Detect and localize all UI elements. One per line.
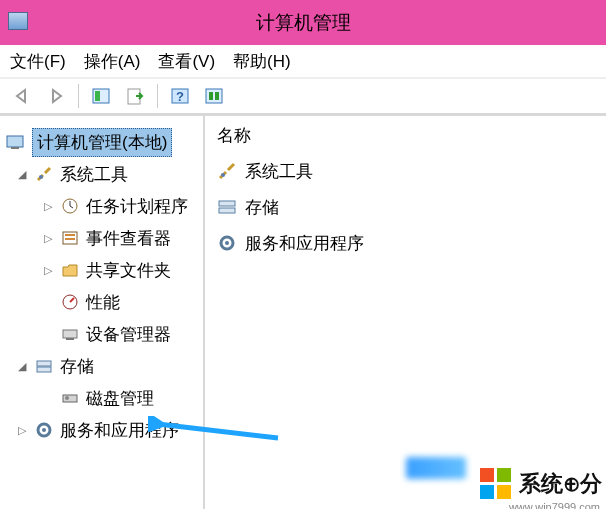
svg-rect-26 [219,208,235,213]
tree-services-apps[interactable]: ▷ 服务和应用程序 [6,414,197,446]
properties-button[interactable] [198,81,230,111]
tree-event-viewer[interactable]: ▷ 事件查看器 [6,222,197,254]
label-disk-mgmt: 磁盘管理 [86,387,154,410]
tree-disk-management[interactable]: ▷ 磁盘管理 [6,382,197,414]
svg-rect-17 [66,338,74,340]
storage-icon [34,356,54,376]
tree-device-manager[interactable]: ▷ 设备管理器 [6,318,197,350]
computer-mgmt-icon [6,132,26,152]
expand-icon[interactable]: ▷ [42,200,54,213]
storage-icon [217,197,237,217]
svg-rect-16 [63,330,77,338]
watermark-text: 系统⊕分 [519,469,602,499]
svg-point-24 [221,173,225,177]
label-device-manager: 设备管理器 [86,323,171,346]
svg-rect-8 [7,136,23,147]
window-title: 计算机管理 [256,10,351,36]
list-item-label: 存储 [245,196,279,219]
blurred-region [406,457,466,479]
label-event-viewer: 事件查看器 [86,227,171,250]
svg-text:?: ? [176,89,184,104]
label-task-scheduler: 任务计划程序 [86,195,188,218]
svg-rect-5 [206,89,222,103]
performance-icon [60,292,80,312]
list-item-system-tools[interactable]: 系统工具 [217,153,594,189]
list-pane: 名称 系统工具 存储 服务和应用程序 [205,116,606,509]
list-item-storage[interactable]: 存储 [217,189,594,225]
toolbar-separator [78,84,79,108]
watermark: 系统⊕分 [480,468,602,499]
tree-root-label: 计算机管理(本地) [32,128,172,157]
toolbar-separator-2 [157,84,158,108]
clock-icon [60,196,80,216]
event-viewer-icon [60,228,80,248]
svg-rect-9 [11,147,19,149]
back-button[interactable] [6,81,38,111]
menu-file[interactable]: 文件(F) [10,50,66,73]
list-item-services-apps[interactable]: 服务和应用程序 [217,225,594,261]
watermark-url: www.win7999.com [509,501,600,509]
tree-pane: 计算机管理(本地) ◢ 系统工具 ▷ 任务计划程序 ▷ [0,116,205,509]
tree-storage[interactable]: ◢ 存储 [6,350,197,382]
column-header-name[interactable]: 名称 [217,124,594,153]
svg-rect-19 [37,367,51,372]
tree-performance[interactable]: ▷ 性能 [6,286,197,318]
svg-rect-18 [37,361,51,366]
label-shared-folders: 共享文件夹 [86,259,171,282]
list-item-label: 系统工具 [245,160,313,183]
svg-point-10 [39,175,43,179]
tools-icon [217,161,237,181]
export-list-button[interactable] [119,81,151,111]
menu-help[interactable]: 帮助(H) [233,50,291,73]
svg-rect-14 [65,238,75,240]
label-services-apps: 服务和应用程序 [60,419,179,442]
tree-system-tools[interactable]: ◢ 系统工具 [6,158,197,190]
collapse-icon[interactable]: ◢ [16,360,28,373]
expand-icon[interactable]: ▷ [16,424,28,437]
svg-point-28 [225,241,229,245]
expand-icon[interactable]: ▷ [42,232,54,245]
services-icon [34,420,54,440]
svg-rect-13 [65,234,75,236]
svg-rect-6 [209,92,213,100]
shared-folder-icon [60,260,80,280]
label-performance: 性能 [86,291,120,314]
menu-view[interactable]: 查看(V) [158,50,215,73]
tree-root-node[interactable]: 计算机管理(本地) [6,126,197,158]
expand-icon[interactable]: ▷ [42,264,54,277]
svg-rect-25 [219,201,235,206]
svg-point-21 [65,396,69,400]
disk-mgmt-icon [60,388,80,408]
tree-task-scheduler[interactable]: ▷ 任务计划程序 [6,190,197,222]
help-button[interactable]: ? [164,81,196,111]
label-storage: 存储 [60,355,94,378]
tools-icon [34,164,54,184]
label-system-tools: 系统工具 [60,163,128,186]
forward-button[interactable] [40,81,72,111]
toolbar: ? [0,77,606,115]
menu-action[interactable]: 操作(A) [84,50,141,73]
collapse-icon[interactable]: ◢ [16,168,28,181]
content-area: 计算机管理(本地) ◢ 系统工具 ▷ 任务计划程序 ▷ [0,115,606,509]
app-icon [8,12,28,30]
show-hide-tree-button[interactable] [85,81,117,111]
list-item-label: 服务和应用程序 [245,232,364,255]
svg-point-23 [42,428,46,432]
device-manager-icon [60,324,80,344]
services-icon [217,233,237,253]
svg-rect-7 [215,92,219,100]
watermark-logo-icon [480,468,511,499]
svg-rect-1 [95,91,100,101]
titlebar: 计算机管理 [0,0,606,45]
tree-shared-folders[interactable]: ▷ 共享文件夹 [6,254,197,286]
menubar: 文件(F) 操作(A) 查看(V) 帮助(H) [0,45,606,77]
